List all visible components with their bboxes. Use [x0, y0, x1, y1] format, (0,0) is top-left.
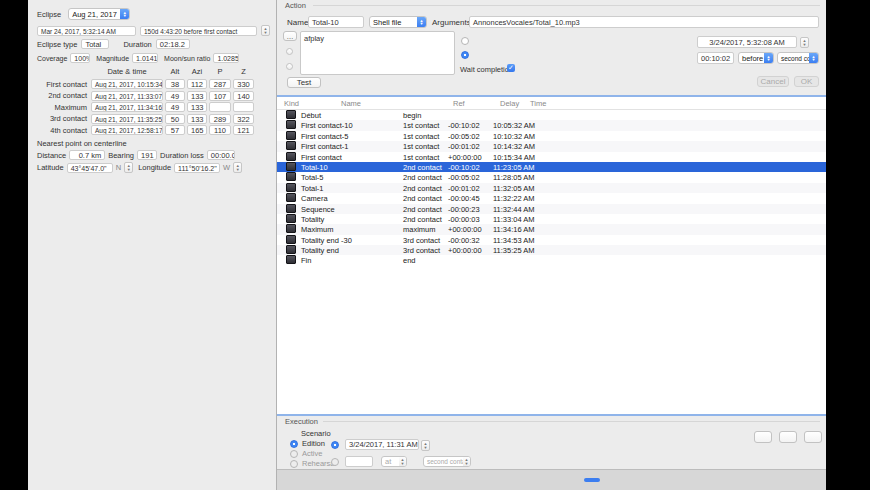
contact-alt-field[interactable]: 57: [165, 125, 185, 135]
stepper-icon[interactable]: ▲▼: [421, 440, 430, 451]
stepper-icon[interactable]: ▲▼: [463, 457, 470, 466]
contact-z-field[interactable]: 330: [233, 79, 254, 89]
exec-at-popup[interactable]: at ▲▼: [381, 456, 407, 467]
action-table-row[interactable]: Maximum maximum +00:00:00 11:34:16 AM: [277, 224, 826, 234]
contact-azi-field[interactable]: 112: [187, 79, 207, 89]
action-row-ref: 1st contact: [403, 142, 448, 151]
offset-input[interactable]: 00:10:02: [697, 52, 734, 64]
action-table-row[interactable]: Sequence 2nd contact -00:00:23 11:32:44 …: [277, 204, 826, 214]
contact-azi-field[interactable]: 165: [187, 125, 207, 135]
contact-p-field[interactable]: 110: [209, 125, 231, 135]
wait-completion-checkbox[interactable]: ✓: [507, 64, 515, 72]
contact-z-field[interactable]: 322: [233, 114, 254, 124]
exec-offset-radio[interactable]: [331, 458, 339, 466]
contact-z-field[interactable]: [233, 102, 254, 112]
contact-azi-field[interactable]: 133: [187, 114, 207, 124]
exec-reference-popup[interactable]: second contact ▲▼: [423, 456, 471, 467]
radio-icon[interactable]: [290, 460, 298, 468]
contact-z-field[interactable]: 140: [233, 91, 254, 101]
contact-datetime-field[interactable]: Aug 21, 2017, 12:58:17: [91, 125, 163, 135]
header-kind[interactable]: Kind: [284, 99, 299, 108]
action-row-name: Totality end -30: [301, 236, 403, 245]
contact-alt-field[interactable]: 38: [165, 79, 185, 89]
contact-p-field[interactable]: 289: [209, 114, 231, 124]
stepper-icon[interactable]: ▲▼: [809, 53, 818, 63]
contact-azi-field[interactable]: 133: [187, 102, 207, 112]
action-table-row[interactable]: Camera 2nd contact -00:00:45 11:32:22 AM: [277, 193, 826, 203]
action-table-row[interactable]: Totality 2nd contact -00:00:03 11:33:04 …: [277, 214, 826, 224]
stepper-icon[interactable]: ▲▼: [764, 53, 773, 63]
stepper-icon[interactable]: ▲▼: [261, 25, 270, 36]
action-name-input[interactable]: Total-10: [308, 16, 364, 28]
header-name[interactable]: Name: [341, 99, 361, 108]
contact-alt-field[interactable]: 49: [165, 91, 185, 101]
stepper-icon[interactable]: ▲▼: [800, 37, 809, 48]
test-button[interactable]: Test: [287, 77, 321, 88]
exec-button[interactable]: [754, 431, 772, 443]
contact-alt-field[interactable]: 50: [165, 114, 185, 124]
header-time[interactable]: Time: [530, 99, 546, 108]
mini-button-lower[interactable]: [286, 63, 293, 70]
contact-p-field[interactable]: [209, 102, 231, 112]
absolute-time-field[interactable]: 3/24/2017, 5:32:08 AM: [697, 36, 797, 48]
stepper-icon[interactable]: ▲▼: [399, 457, 406, 466]
mini-button-upper[interactable]: [286, 48, 293, 55]
action-table-row[interactable]: Début begin: [277, 110, 826, 120]
arguments-input[interactable]: AnnoncesVocales/Total_10.mp3: [469, 16, 819, 28]
ellipsis-button[interactable]: …: [283, 31, 297, 41]
relation-popup[interactable]: before ▲▼: [738, 52, 774, 64]
current-datetime-field[interactable]: Mar 24, 2017, 5:32:14 AM: [37, 26, 136, 36]
radio-icon[interactable]: [290, 450, 298, 458]
contact-datetime-field[interactable]: Aug 21, 2017, 10:15:34: [91, 79, 163, 89]
exec-datetime-field[interactable]: 3/24/2017, 11:31 AM: [345, 439, 419, 450]
contact-azi-field[interactable]: 133: [187, 91, 207, 101]
view-tab[interactable]: [544, 478, 560, 482]
action-table-row[interactable]: First contact-1 1st contact -00:01:02 10…: [277, 141, 826, 151]
reference-popup[interactable]: second contact ▲▼: [777, 52, 819, 64]
contact-datetime-field[interactable]: Aug 21, 2017, 11:35:25: [91, 114, 163, 124]
radio-icon[interactable]: [290, 440, 298, 448]
action-table-row[interactable]: First contact-5 1st contact -00:05:02 10…: [277, 131, 826, 141]
header-ref[interactable]: Ref: [453, 99, 465, 108]
action-table-row[interactable]: Total-5 2nd contact -00:05:02 11:28:05 A…: [277, 172, 826, 182]
cancel-button[interactable]: Cancel: [757, 76, 789, 87]
contact-alt-field[interactable]: 49: [165, 102, 185, 112]
ok-button[interactable]: OK: [794, 76, 819, 87]
exec-offset-input[interactable]: [345, 456, 373, 467]
contact-datetime-field[interactable]: Aug 21, 2017, 11:34:16: [91, 102, 163, 112]
latitude-hemisphere: N: [116, 163, 121, 172]
stepper-icon[interactable]: ▲▼: [417, 17, 426, 27]
action-table-row[interactable]: Totality end 3rd contact +00:00:00 11:35…: [277, 245, 826, 255]
view-tab[interactable]: [584, 478, 600, 482]
relative-time-radio[interactable]: [461, 51, 469, 59]
contacts-header-azi: Azi: [187, 67, 207, 76]
action-table-row[interactable]: Totality end -30 3rd contact -00:00:32 1…: [277, 235, 826, 245]
action-table-row[interactable]: Total-10 2nd contact -00:10:02 11:23:05 …: [277, 162, 826, 172]
view-tab-bar: [277, 469, 826, 490]
contact-datetime-field[interactable]: Aug 21, 2017, 11:33:07: [91, 91, 163, 101]
stepper-icon[interactable]: ▲▼: [124, 162, 133, 173]
exec-button[interactable]: [804, 431, 822, 443]
contact-z-field[interactable]: 121: [233, 125, 254, 135]
view-tab[interactable]: [504, 478, 520, 482]
eclipse-date-popup[interactable]: Aug 21, 2017 ▲▼: [68, 8, 130, 20]
action-table-row[interactable]: Fin end: [277, 255, 826, 265]
view-tab[interactable]: [524, 478, 540, 482]
action-table-row[interactable]: First contact-10 1st contact -00:10:02 1…: [277, 120, 826, 130]
stepper-icon[interactable]: ▲▼: [120, 9, 129, 19]
contact-p-field[interactable]: 287: [209, 79, 231, 89]
exec-date-radio[interactable]: [331, 441, 339, 449]
contact-p-field[interactable]: 107: [209, 91, 231, 101]
latitude-field[interactable]: 43°45'47.0": [67, 163, 113, 173]
longitude-field[interactable]: 111°50'16.2": [174, 163, 220, 173]
view-tab[interactable]: [564, 478, 580, 482]
action-row-ref: end: [403, 256, 448, 265]
action-type-popup[interactable]: Shell file ▲▼: [369, 16, 427, 28]
command-textarea[interactable]: afplay: [300, 31, 455, 75]
absolute-time-radio[interactable]: [461, 37, 469, 45]
header-delay[interactable]: Delay: [500, 99, 519, 108]
stepper-icon[interactable]: ▲▼: [233, 162, 242, 173]
exec-button[interactable]: [779, 431, 797, 443]
action-table-row[interactable]: Total-1 2nd contact -00:01:02 11:32:05 A…: [277, 183, 826, 193]
action-table-row[interactable]: First contact 1st contact +00:00:00 10:1…: [277, 152, 826, 162]
